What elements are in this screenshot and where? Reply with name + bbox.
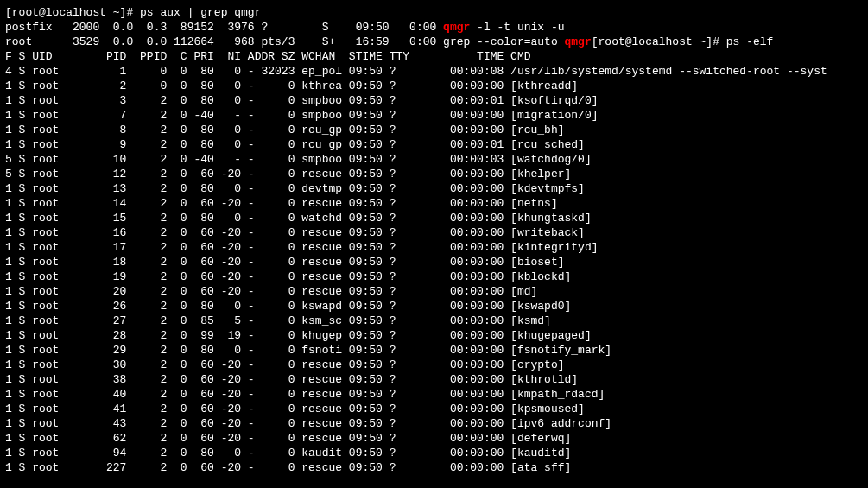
- ps-elf-row-7: 5 S root 12 2 0 60 -20 - 0 rescue 09:50 …: [5, 168, 571, 181]
- grep-line-0: postfix 2000 0.0 0.3 89152 3976 ? S 09:5…: [5, 21, 565, 34]
- ps-elf-row-14: 1 S root 19 2 0 60 -20 - 0 rescue 09:50 …: [5, 270, 571, 283]
- ps-elf-row-19: 1 S root 29 2 0 80 0 - 0 fsnoti 09:50 ? …: [5, 344, 611, 357]
- ps-elf-row-3: 1 S root 7 2 0 -40 - - 0 smpboo 09:50 ? …: [5, 109, 599, 122]
- ps-elf-row-17: 1 S root 27 2 0 85 5 - 0 ksm_sc 09:50 ? …: [5, 314, 551, 327]
- ps-elf-row-24: 1 S root 43 2 0 60 -20 - 0 rescue 09:50 …: [5, 417, 611, 430]
- ps-elf-row-22: 1 S root 40 2 0 60 -20 - 0 rescue 09:50 …: [5, 388, 605, 401]
- ps-elf-row-25: 1 S root 62 2 0 60 -20 - 0 rescue 09:50 …: [5, 432, 571, 445]
- ps-elf-row-11: 1 S root 16 2 0 60 -20 - 0 rescue 09:50 …: [5, 226, 585, 239]
- cmd-1: ps aux | grep qmgr: [133, 6, 261, 19]
- ps-elf-header: F S UID PID PPID C PRI NI ADDR SZ WCHAN …: [5, 50, 531, 63]
- prompt-2: [root@localhost ~]#: [592, 35, 719, 48]
- ps-elf-row-4: 1 S root 8 2 0 80 0 - 0 rcu_gp 09:50 ? 0…: [5, 124, 565, 136]
- ps-elf-row-2: 1 S root 3 2 0 80 0 - 0 smpboo 09:50 ? 0…: [5, 94, 599, 107]
- ps-elf-row-1: 1 S root 2 0 0 80 0 - 0 kthrea 09:50 ? 0…: [5, 79, 578, 92]
- ps-elf-row-13: 1 S root 18 2 0 60 -20 - 0 rescue 09:50 …: [5, 256, 565, 269]
- cmd-2: ps -elf: [719, 35, 773, 48]
- ps-elf-row-12: 1 S root 17 2 0 60 -20 - 0 rescue 09:50 …: [5, 241, 599, 254]
- ps-elf-row-23: 1 S root 41 2 0 60 -20 - 0 rescue 09:50 …: [5, 402, 585, 415]
- ps-elf-row-21: 1 S root 38 2 0 60 -20 - 0 rescue 09:50 …: [5, 373, 578, 386]
- ps-elf-row-26: 1 S root 94 2 0 80 0 - 0 kaudit 09:50 ? …: [5, 447, 571, 459]
- ps-elf-row-10: 1 S root 15 2 0 80 0 - 0 watchd 09:50 ? …: [5, 212, 592, 225]
- ps-elf-row-8: 1 S root 13 2 0 80 0 - 0 devtmp 09:50 ? …: [5, 182, 585, 195]
- ps-elf-row-15: 1 S root 20 2 0 60 -20 - 0 rescue 09:50 …: [5, 285, 537, 298]
- ps-elf-row-20: 1 S root 30 2 0 60 -20 - 0 rescue 09:50 …: [5, 358, 565, 371]
- grep-line-1: root 3529 0.0 0.0 112664 968 pts/3 S+ 16…: [5, 35, 592, 48]
- prompt-1: [root@localhost ~]#: [5, 6, 133, 19]
- grep-match-1: qmgr: [565, 35, 592, 48]
- ps-elf-row-27: 1 S root 227 2 0 60 -20 - 0 rescue 09:50…: [5, 461, 571, 474]
- ps-elf-row-18: 1 S root 28 2 0 99 19 - 0 khugep 09:50 ?…: [5, 329, 592, 342]
- ps-elf-row-6: 5 S root 10 2 0 -40 - - 0 smpboo 09:50 ?…: [5, 153, 592, 166]
- grep-match-0: qmgr: [443, 21, 470, 34]
- ps-elf-row-5: 1 S root 9 2 0 80 0 - 0 rcu_gp 09:50 ? 0…: [5, 138, 585, 151]
- ps-elf-row-9: 1 S root 14 2 0 60 -20 - 0 rescue 09:50 …: [5, 197, 558, 210]
- terminal[interactable]: [root@localhost ~]# ps aux | grep qmgr p…: [0, 0, 868, 480]
- ps-elf-row-16: 1 S root 26 2 0 80 0 - 0 kswapd 09:50 ? …: [5, 300, 571, 313]
- ps-elf-row-0: 4 S root 1 0 0 80 0 - 32023 ep_pol 09:50…: [5, 65, 827, 78]
